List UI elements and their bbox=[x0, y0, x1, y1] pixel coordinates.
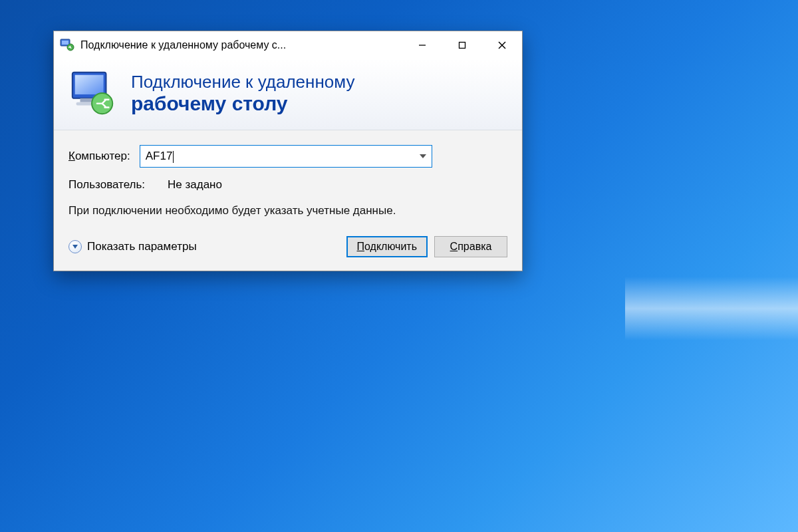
computer-combobox[interactable]: AF17 bbox=[140, 145, 432, 168]
maximize-button[interactable] bbox=[442, 31, 482, 59]
banner-text: Подключение к удаленному рабочему столу bbox=[131, 72, 354, 115]
chevron-down-icon[interactable] bbox=[420, 154, 426, 158]
dialog-body: Компьютер: AF17 Пользователь: Не задано … bbox=[54, 130, 522, 271]
user-value: Не задано bbox=[168, 178, 222, 192]
user-label: Пользователь: bbox=[68, 178, 145, 192]
connect-button[interactable]: Подключить bbox=[346, 236, 428, 257]
app-icon bbox=[59, 37, 75, 53]
rdp-window: Подключение к удаленному рабочему с... bbox=[53, 31, 523, 271]
help-button[interactable]: Справка bbox=[434, 236, 507, 257]
titlebar[interactable]: Подключение к удаленному рабочему с... bbox=[54, 31, 522, 59]
computer-row: Компьютер: AF17 bbox=[68, 145, 507, 168]
svg-rect-1 bbox=[62, 41, 68, 45]
show-options-label: Показать параметры bbox=[87, 240, 197, 253]
credentials-hint: При подключении необходимо будет указать… bbox=[68, 203, 414, 219]
banner-line2: рабочему столу bbox=[131, 92, 354, 115]
computer-value: AF17 bbox=[146, 150, 420, 163]
footer: Показать параметры Подключить Справка bbox=[68, 236, 507, 257]
user-row: Пользователь: Не задано bbox=[68, 178, 507, 192]
window-controls bbox=[402, 31, 522, 59]
show-options-link[interactable]: Показать параметры bbox=[68, 240, 197, 253]
banner: Подключение к удаленному рабочему столу bbox=[54, 59, 522, 130]
svg-rect-4 bbox=[460, 43, 466, 49]
desktop-background: Подключение к удаленному рабочему с... bbox=[0, 0, 798, 532]
banner-line1: Подключение к удаленному bbox=[131, 72, 354, 92]
light-beam-decoration bbox=[625, 0, 798, 532]
rdp-large-icon bbox=[67, 67, 119, 119]
close-button[interactable] bbox=[482, 31, 522, 59]
expand-down-icon bbox=[68, 240, 82, 253]
svg-rect-8 bbox=[75, 75, 104, 94]
minimize-button[interactable] bbox=[402, 31, 442, 59]
computer-label: Компьютер: bbox=[68, 150, 130, 163]
window-title: Подключение к удаленному рабочему с... bbox=[80, 39, 286, 51]
